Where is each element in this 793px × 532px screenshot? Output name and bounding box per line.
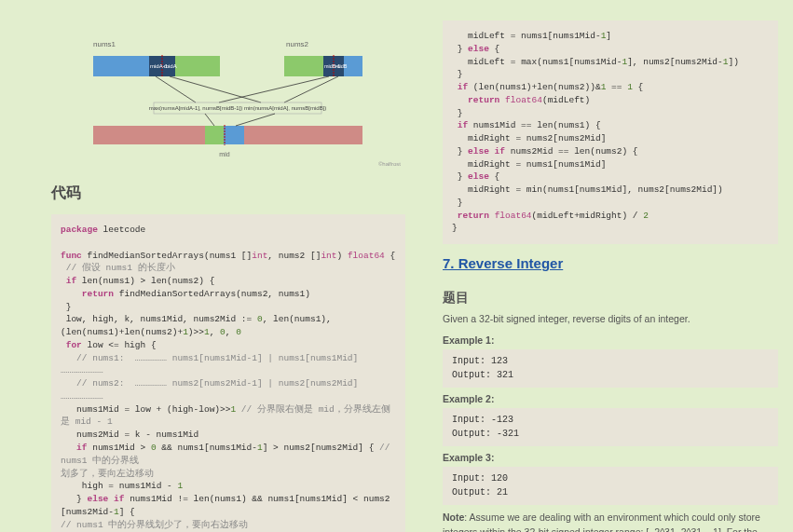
svg-text:midB: midB	[335, 63, 348, 69]
left-code-block: package leetcode func findMedianSortedAr…	[51, 214, 405, 532]
nums2-left-block	[284, 56, 323, 76]
svg-text:midA: midA	[164, 63, 177, 69]
example2-io: Input: -123 Output: -321	[443, 408, 778, 446]
problem-link-heading[interactable]: 7. Reverse Integer	[443, 255, 563, 271]
example3-label: Example 3:	[443, 452, 778, 463]
note-label: Note	[443, 512, 464, 523]
svg-rect-16	[244, 126, 300, 144]
label-nums1: nums1	[93, 40, 116, 48]
svg-rect-14	[205, 126, 224, 144]
svg-rect-15	[224, 126, 244, 144]
svg-line-20	[236, 114, 275, 126]
right-code-block: midLeft = nums1[nums1Mid-1] } else { mid…	[443, 20, 778, 244]
nums1-left-block	[93, 56, 149, 76]
example3-io: Input: 120 Output: 21	[443, 467, 778, 505]
nums1-right-block	[175, 56, 220, 76]
svg-line-19	[205, 114, 214, 126]
svg-rect-12	[93, 126, 149, 144]
svg-line-6	[156, 76, 196, 102]
example1-io: Input: 123 Output: 321	[443, 349, 778, 388]
problem-subheading: 题目	[443, 290, 778, 307]
example1-label: Example 1:	[443, 334, 778, 346]
left-column: nums1 nums2 midA-1 midA midB-1 midB	[51, 0, 405, 532]
right-column: midLeft = nums1[nums1Mid-1] } else { mid…	[443, 0, 778, 532]
code-heading: 代码	[51, 184, 405, 203]
svg-line-7	[219, 76, 329, 102]
svg-text:mid: mid	[219, 151, 229, 157]
note-paragraph: Note: Assume we are dealing with an envi…	[443, 511, 778, 532]
svg-rect-17	[300, 126, 362, 144]
median-diagram: nums1 nums2 midA-1 midA midB-1 midB	[51, 9, 405, 172]
svg-rect-13	[149, 126, 205, 144]
label-nums2: nums2	[286, 40, 309, 48]
example2-label: Example 2:	[443, 393, 778, 404]
svg-line-8	[170, 76, 261, 102]
svg-text:©halfrost: ©halfrost	[378, 161, 401, 167]
problem-description: Given a 32-bit signed integer, reverse d…	[443, 312, 778, 327]
svg-text:max(numsA[midA-1], numsB[midB-: max(numsA[midA-1], numsB[midB-1]) min(nu…	[149, 105, 327, 111]
note-text: : Assume we are dealing with an environm…	[443, 512, 760, 532]
page-root: nums1 nums2 midA-1 midA midB-1 midB	[0, 0, 793, 532]
